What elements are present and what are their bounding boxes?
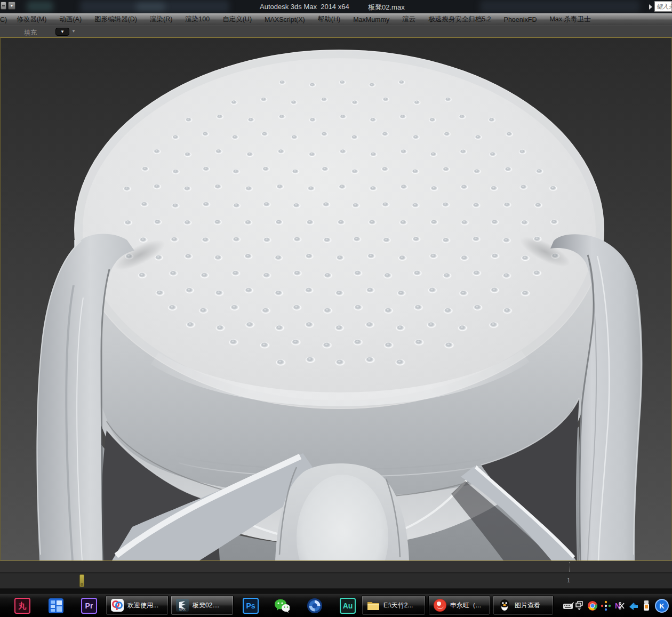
- window-titlebar: ▼ Autodesk 3ds Max 2014 x64 板凳02.max 键入关: [0, 0, 672, 13]
- fill-dropdown-caret[interactable]: ▼: [71, 29, 76, 34]
- nx-scissors-icon[interactable]: N: [614, 600, 625, 611]
- timeline-end-label: 1: [567, 577, 570, 583]
- audition-icon[interactable]: Au: [340, 598, 356, 614]
- task-folder-label: E:\天竹2...: [383, 601, 413, 610]
- quick-access-dropdown[interactable]: ▼: [8, 2, 15, 10]
- stool-render: [1, 38, 671, 560]
- menu-item-phoenixfd[interactable]: PhoenixFD: [498, 16, 543, 23]
- background-blob: [480, 0, 640, 13]
- blue-t-icon[interactable]: [628, 600, 639, 611]
- chrome-icon[interactable]: [587, 600, 598, 611]
- menu-item-render100[interactable]: 渲染100: [179, 15, 216, 24]
- show-hidden-icons[interactable]: [575, 601, 584, 611]
- svg-text:MAX: MAX: [179, 608, 186, 611]
- qq-penguin-icon: [498, 598, 511, 612]
- wangwang-icon: [433, 598, 447, 612]
- menu-item-partial[interactable]: C): [0, 16, 10, 23]
- max-app-icon: MAX: [175, 598, 189, 612]
- welcome-app-icon: [110, 598, 124, 612]
- menu-item-animation[interactable]: 动画(A): [53, 15, 88, 24]
- premiere-icon[interactable]: Pr: [81, 598, 97, 614]
- menu-item-graph-editors[interactable]: 图形编辑器(D): [88, 15, 143, 24]
- media-tiles-icon[interactable]: [48, 598, 64, 614]
- time-slider-handle[interactable]: 0: [79, 574, 84, 587]
- toolbar-row: 填充 ▼ ▼: [0, 26, 672, 37]
- app-title: Autodesk 3ds Max 2014 x64: [260, 3, 349, 11]
- timeline-gap: [0, 589, 672, 593]
- aperture-icon[interactable]: [307, 598, 323, 614]
- task-max-doc[interactable]: MAX 板凳02....: [171, 595, 234, 615]
- menu-item-antivirus[interactable]: Max 杀毒卫士: [543, 15, 597, 24]
- menu-item-maxscript[interactable]: MAXScript(X): [258, 16, 311, 23]
- overflow-arrow-icon[interactable]: [649, 4, 652, 10]
- screen: ▼ Autodesk 3ds Max 2014 x64 板凳02.max 键入关…: [0, 0, 672, 617]
- menu-item-customize[interactable]: 自定义(U): [216, 15, 258, 24]
- k-circle-icon[interactable]: K: [655, 599, 669, 613]
- time-slider-track[interactable]: [0, 561, 672, 573]
- taskbar: 丸 Pr 欢迎使用... MAX 板凳02.... Ps Au: [0, 593, 672, 617]
- task-welcome[interactable]: 欢迎使用...: [106, 595, 169, 615]
- quick-access-button[interactable]: [1, 2, 6, 10]
- task-folder[interactable]: E:\天竹2...: [362, 595, 426, 615]
- document-title: 板凳02.max: [368, 3, 405, 12]
- task-image-viewer-label: 图片查看: [515, 601, 540, 610]
- task-wangwang-label: 申永旺（...: [450, 601, 481, 610]
- background-blob: [27, 1, 53, 12]
- menu-item-maxmummy[interactable]: MaxMummy: [347, 16, 396, 23]
- keyboard-tray-icon[interactable]: [563, 602, 574, 610]
- task-max-label: 板凳02....: [193, 601, 220, 610]
- menu-item-archive[interactable]: 极速瘦身安全归档5.2: [422, 15, 497, 24]
- menu-bar: C) 修改器(M) 动画(A) 图形编辑器(D) 渲染(R) 渲染100 自定义…: [0, 13, 672, 26]
- menu-item-modifiers[interactable]: 修改器(M): [10, 15, 53, 24]
- menu-item-help[interactable]: 帮助(H): [311, 15, 347, 24]
- search-input[interactable]: 键入关: [654, 1, 672, 12]
- folder-icon: [366, 598, 380, 612]
- background-blob: [136, 2, 165, 12]
- timeline-tick: [569, 562, 570, 572]
- task-image-viewer[interactable]: 图片查看: [493, 595, 554, 615]
- task-welcome-label: 欢迎使用...: [127, 601, 158, 610]
- usb-drive-icon[interactable]: [642, 600, 651, 612]
- colordots-icon[interactable]: [601, 600, 611, 611]
- menu-item-renderyun[interactable]: 渲云: [396, 15, 422, 24]
- wechat-icon[interactable]: [274, 598, 290, 614]
- track-bar[interactable]: 0 1: [0, 573, 672, 589]
- menu-item-rendering[interactable]: 渲染(R): [143, 15, 179, 24]
- task-wangwang[interactable]: 申永旺（...: [428, 595, 490, 615]
- viewport-3d[interactable]: [0, 37, 672, 561]
- fill-dropdown-button[interactable]: ▼: [55, 28, 69, 36]
- fill-label: 填充: [24, 28, 37, 37]
- photoshop-icon[interactable]: Ps: [243, 598, 259, 614]
- wan-app-icon[interactable]: 丸: [14, 598, 30, 614]
